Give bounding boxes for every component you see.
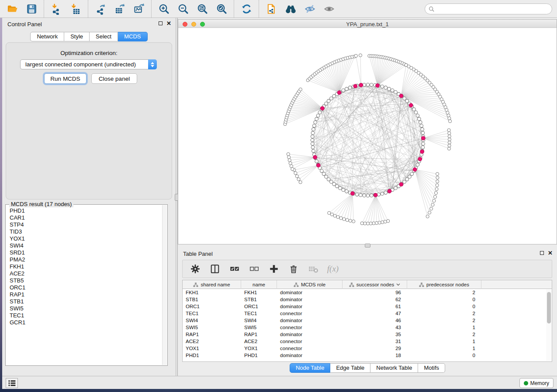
result-node-item[interactable]: SRD1 [6,249,162,256]
cell: 61 [343,303,407,310]
close-panel-button[interactable]: Close panel [91,73,137,84]
result-node-item[interactable]: PMA2 [6,256,162,263]
columns-icon [210,264,220,274]
table-panel-float-button[interactable] [540,251,544,255]
network-window-titlebar[interactable]: YPA_prune.txt_1 [178,19,557,28]
cell: 18 [343,352,407,359]
tab-network[interactable]: Network [30,32,64,41]
select-all-button[interactable] [229,263,240,275]
result-node-item[interactable]: ACE2 [6,270,162,277]
show-all-button[interactable] [322,2,336,15]
save-session-button[interactable] [25,2,38,15]
list-icon [7,379,17,388]
sort-chevron-down-icon [396,283,400,286]
result-node-item[interactable]: GCR1 [6,319,162,326]
result-node-item[interactable]: TEC1 [6,312,162,319]
table-row[interactable]: SWI5SWI5connector431 [183,324,546,331]
result-node-item[interactable]: YOX1 [6,235,162,242]
column-header-successor-nodes[interactable]: successor nodes [343,280,407,289]
table-row[interactable]: SWI4SWI4dominator462 [183,317,546,324]
grid-delete-icon [308,264,318,274]
cell: SWI4 [183,317,241,324]
apply-layout-button[interactable] [240,2,253,15]
control-panel-float-button[interactable] [159,21,163,25]
result-node-item[interactable]: CAR1 [6,214,162,221]
table-row[interactable]: PHD1PHD1dominator180 [183,352,546,359]
table-row[interactable]: ORC1ORC1dominator610 [183,303,546,310]
result-node-item[interactable]: STB5 [6,277,162,284]
check-boxes-icon [229,264,240,274]
zoom-in-button[interactable] [157,2,170,15]
column-header-MCDS-role[interactable]: MCDS role [277,280,343,289]
network-area: YPA_prune.txt_1 Table Panel ✕ f(x) share… [178,18,557,376]
import-network-button[interactable] [50,2,63,15]
result-node-item[interactable]: SWI5 [6,305,162,312]
column-header-predecessor-nodes[interactable]: predecessor nodes [407,280,481,289]
clone-network-button[interactable] [265,2,278,15]
column-header-shared-name[interactable]: shared name [183,280,241,289]
zoom-selected-button[interactable] [215,2,228,15]
tab-select[interactable]: Select [90,32,118,41]
table-row[interactable]: FKH1FKH1dominator962 [183,289,546,296]
result-node-item[interactable]: STP4 [6,221,162,228]
doc-share-icon [266,3,277,15]
tab-edge-table[interactable]: Edge Table [330,363,370,373]
table-row[interactable]: ACE2ACE2connector311 [183,338,546,345]
open-file-button[interactable] [6,2,19,15]
table-scrollbar[interactable] [546,289,551,361]
zoom-fit-button[interactable] [196,2,209,15]
result-node-item[interactable]: FKH1 [6,263,162,270]
result-node-item[interactable]: PHD1 [6,207,162,214]
horizontal-splitter-handle[interactable] [365,244,370,248]
table-row[interactable]: STB1STB1dominator620 [183,296,546,303]
table-panel-close-button[interactable]: ✕ [548,251,553,255]
tab-node-table[interactable]: Node Table [290,363,331,373]
table-row[interactable]: TEC1TEC1connector472 [183,310,546,317]
export-image-button[interactable] [132,2,145,15]
search-input[interactable] [437,6,548,12]
result-node-item[interactable]: STB1 [6,298,162,305]
tab-network-table[interactable]: Network Table [370,363,418,373]
column-header-name[interactable]: name [241,280,277,289]
function-builder-button: f(x) [327,263,339,275]
memory-button[interactable]: Memory [519,378,554,388]
horizontal-splitter[interactable] [178,244,557,248]
export-image-icon [133,3,145,15]
add-column-button[interactable] [268,263,280,275]
show-columns-button[interactable] [209,263,221,275]
tab-style[interactable]: Style [64,32,90,41]
result-node-item[interactable]: TID3 [6,228,162,235]
settings-button[interactable] [190,263,201,275]
find-button[interactable] [284,2,297,15]
task-history-button[interactable] [6,378,18,388]
deselect-all-button[interactable] [249,263,260,275]
control-panel-header: Control Panel ✕ [2,18,176,29]
control-panel-title: Control Panel [7,21,42,28]
import-table-button[interactable] [69,2,82,15]
hide-selected-button[interactable] [303,2,316,15]
export-table-button[interactable] [113,2,126,15]
search-box[interactable] [425,3,552,14]
memory-label: Memory [530,380,549,386]
criterion-select[interactable]: largest connected component (undirected) [20,59,157,69]
tab-mcds[interactable]: MCDS [118,32,147,41]
cell: 46 [343,317,407,324]
result-node-item[interactable]: ORC1 [6,284,162,291]
control-panel: Control Panel ✕ NetworkStyleSelectMCDS O… [2,18,176,376]
table-row[interactable]: RAP1RAP1dominator352 [183,331,546,338]
network-canvas[interactable] [178,28,557,244]
result-node-item[interactable]: RAP1 [6,291,162,298]
column-header-filler [481,280,552,289]
table-scrollbar-thumb[interactable] [547,292,551,323]
delete-column-button[interactable] [288,263,299,275]
control-panel-close-button[interactable]: ✕ [166,21,171,26]
result-node-item[interactable]: SWI4 [6,242,162,249]
zoom-out-button[interactable] [176,2,190,15]
tab-motifs[interactable]: Motifs [418,363,445,373]
eye-slash-icon [304,3,316,15]
export-network-button[interactable] [94,2,107,15]
table-row[interactable]: YOX1YOX1connector291 [183,345,546,352]
run-mcds-button[interactable]: Run MCDS [44,73,86,84]
cell: 2 [407,317,481,324]
result-scrollbar[interactable] [162,205,167,365]
